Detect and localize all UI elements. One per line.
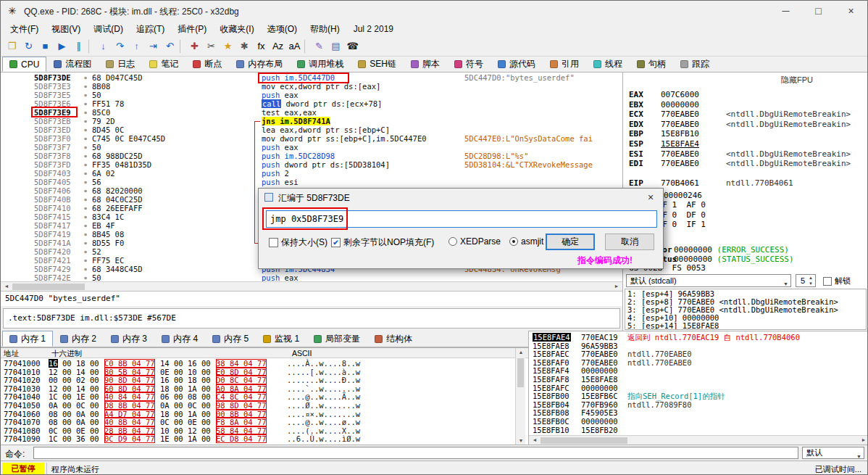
toolbar-favourites-button[interactable]: ★: [220, 38, 236, 54]
register-row[interactable]: ECX770EABE0<ntdll.DbgUiRemoteBreakin>: [623, 110, 868, 119]
tab-trace[interactable]: 跟踪: [673, 57, 717, 72]
dump-row[interactable]: 770410500A 00 0C 00D8 8B 04 770A 00 0C 0…: [1, 401, 512, 410]
toolbar-font-button[interactable]: aA: [286, 38, 303, 54]
xedparse-radio[interactable]: XEDParse: [448, 236, 501, 247]
tab-handles[interactable]: 句柄: [630, 57, 673, 72]
tab-dump1[interactable]: 内存 1: [2, 331, 53, 347]
toolbar-restart-button[interactable]: ↻: [20, 38, 37, 54]
menu-item[interactable]: 选项(O): [261, 21, 304, 38]
menu-item[interactable]: 帮助(H): [304, 21, 346, 38]
tab-locals[interactable]: 局部变量: [306, 331, 367, 347]
tab-source[interactable]: 源代码: [491, 57, 543, 72]
tab-dump5[interactable]: 内存 5: [205, 331, 256, 347]
hide-fpu-button[interactable]: 隐藏FPU: [781, 75, 813, 86]
stack-row[interactable]: 15E8FAE896A59BB3: [529, 342, 868, 350]
toolbar-step-out-button[interactable]: ↑: [128, 38, 145, 54]
scroll-up-icon[interactable]: ▲: [516, 348, 526, 357]
stack-row[interactable]: 15E8FB04770FB960ntdll.77089F80: [529, 400, 868, 409]
stepper-arrows-icon[interactable]: ▲▼: [807, 275, 814, 286]
menu-item[interactable]: 插件(P): [171, 21, 213, 38]
args-row[interactable]: 4: [esp+10] 00000000: [625, 313, 866, 321]
menu-item[interactable]: 文件(F): [4, 21, 45, 38]
stack-hscroll-thumb[interactable]: [541, 437, 627, 444]
disasm-row[interactable]: 5D8F73F8●68 988DC25Dpush im.5DC28D985DC2…: [1, 152, 622, 160]
unlock-checkbox[interactable]: 解锁: [823, 276, 851, 286]
toolbar-log-window-button[interactable]: ▤: [327, 38, 344, 54]
dump-row[interactable]: 7704103012 00 14 0060 8D 04 7718 00 1A 0…: [1, 384, 512, 393]
scroll-left-icon[interactable]: ◄: [530, 436, 540, 445]
menu-item[interactable]: 追踪(T): [130, 21, 171, 38]
cancel-button[interactable]: 取消: [605, 234, 654, 250]
unlock-checkbox-box[interactable]: [823, 277, 832, 286]
disasm-row[interactable]: 5D8F73F7●50push eax: [1, 143, 622, 152]
tab-log[interactable]: 日志: [99, 57, 142, 72]
disasm-row[interactable]: 5D8F73FD●FF35 0481D35Dpush dword ptr ds:…: [1, 160, 622, 169]
disasm-row[interactable]: 5D8F73E6●FF51 78call dword ptr ds:[ecx+7…: [1, 99, 622, 108]
close-button[interactable]: ×: [835, 1, 867, 21]
toolbar-scissors-button[interactable]: ✂: [203, 38, 220, 54]
tab-watch1[interactable]: 监视 1: [256, 331, 306, 347]
stack-hscrollbar[interactable]: ◄ ►: [529, 435, 868, 445]
toolbar-step-over-button[interactable]: ↷: [112, 38, 128, 54]
keep-size-checkbox-box[interactable]: [269, 238, 278, 247]
register-row[interactable]: EBX00000000: [623, 100, 868, 110]
asmjit-radio[interactable]: asmjit: [509, 236, 543, 247]
disasm-row[interactable]: 5D8F73E5●50push eax: [1, 91, 622, 99]
toolbar-pause-button[interactable]: ∥: [70, 38, 87, 54]
stack-row[interactable]: 15E8FAE4770EAC19返回到 ntdll.770EAC19 自 ntd…: [529, 333, 868, 342]
toolbar-run-to-user-code-button[interactable]: ⇥: [145, 38, 162, 54]
disasm-row[interactable]: 5D8F73E9●85C0test eax,eax: [1, 108, 622, 117]
toolbar-run-button[interactable]: ▶: [54, 38, 70, 54]
tab-references[interactable]: 引用: [543, 57, 586, 72]
dialog-close-button[interactable]: ×: [638, 189, 663, 206]
register-row[interactable]: ESP15E8FAE4: [623, 139, 868, 149]
maximize-button[interactable]: □: [802, 1, 835, 21]
nop-fill-checkbox[interactable]: ✔ 剩余字节以NOP填充(F): [331, 236, 434, 249]
dump-row[interactable]: 7704106008 00 0A 00A4 D7 04 7718 00 1A 0…: [1, 410, 512, 418]
tab-cpu[interactable]: CPU: [2, 57, 46, 72]
toolbar-stop-button[interactable]: ■: [37, 38, 54, 54]
dump-row[interactable]: 770410800C 00 0E 0028 8B 04 7710 00 12 0…: [1, 426, 512, 435]
tab-notes[interactable]: 笔记: [142, 57, 185, 72]
stack-row[interactable]: 15E8FAF400000000: [529, 366, 868, 375]
minimize-button[interactable]: ─: [769, 1, 802, 21]
tab-dump3[interactable]: 内存 3: [104, 331, 154, 347]
dump-row[interactable]: 770410901C 00 36 000C D9 04 771E 00 1A 0…: [1, 434, 512, 443]
register-row[interactable]: EAX007C6000: [623, 90, 868, 99]
ok-button[interactable]: 确定: [546, 234, 595, 250]
stack-row[interactable]: 15E8FAFC00000000: [529, 384, 868, 392]
disasm-row[interactable]: 5D8F7403●6A 02push 2: [1, 169, 622, 178]
toolbar-phone-button[interactable]: ☎: [344, 38, 361, 54]
register-row[interactable]: EIP770B4061ntdll.770B4061: [623, 178, 868, 188]
args-row[interactable]: 2: [esp+8] 770EABE0 <ntdll.DbgUiRemoteBr…: [625, 297, 866, 305]
dump-row[interactable]: 770410401C 00 1E 0040 84 04 7706 00 08 0…: [1, 392, 512, 401]
title-bar[interactable]: ✳ QQ.exe - PID: 268C - 模块: im.dll - 线程: …: [1, 1, 867, 21]
toolbar-notes-pencil-button[interactable]: ✎: [311, 38, 327, 54]
menu-item[interactable]: 调试(D): [87, 21, 130, 38]
tab-dump4[interactable]: 内存 4: [154, 331, 205, 347]
tab-symbols[interactable]: 符号: [447, 57, 491, 72]
toolbar-back-button[interactable]: ↶: [162, 38, 178, 54]
tab-memory-map[interactable]: 内存布局: [229, 57, 290, 72]
register-row[interactable]: EDX770EABE0<ntdll.DbgUiRemoteBreakin>: [623, 120, 868, 129]
args-row[interactable]: 1: [esp+4] 96A59BB3: [625, 289, 866, 297]
toolbar-open-file-button[interactable]: ❐: [4, 38, 20, 54]
tab-breakpoints[interactable]: 断点: [185, 57, 229, 72]
dialog-title-bar[interactable]: 汇编于 5D8F73DE ×: [259, 189, 663, 206]
toolbar-az-sort-button[interactable]: Az: [270, 38, 286, 54]
disasm-row[interactable]: 5D8F73ED●8D45 0Clea eax,dword ptr ss:[eb…: [1, 125, 622, 134]
register-row[interactable]: ESI770EABE0<ntdll.DbgUiRemoteBreakin>: [623, 149, 868, 159]
register-row[interactable]: EBP15E8FB10: [623, 129, 868, 139]
disasm-hscrollbar[interactable]: ◄ ►: [1, 281, 622, 291]
args-row[interactable]: 3: [esp+C] 770EABE0 <ntdll.DbgUiRemoteBr…: [625, 305, 866, 313]
args-row[interactable]: 5: [esp+14] 15E8FAE8: [625, 321, 866, 329]
asmjit-radio-circle[interactable]: [509, 237, 518, 246]
disasm-hscroll-thumb[interactable]: [12, 284, 85, 290]
tab-graph[interactable]: 流程图: [46, 57, 99, 72]
stack-row[interactable]: 15E8FB0C00000000: [529, 417, 868, 426]
stack-row[interactable]: 15E8FB08F45905E3: [529, 408, 868, 417]
stack-row[interactable]: 15E8FAEC770EABE0ntdll.770EABE0: [529, 350, 868, 358]
stack-row[interactable]: 15E8FB1015E8FB20: [529, 426, 868, 434]
tab-call-stack[interactable]: 调用堆栈: [290, 57, 351, 72]
toolbar-fx-button[interactable]: fx: [253, 38, 270, 54]
